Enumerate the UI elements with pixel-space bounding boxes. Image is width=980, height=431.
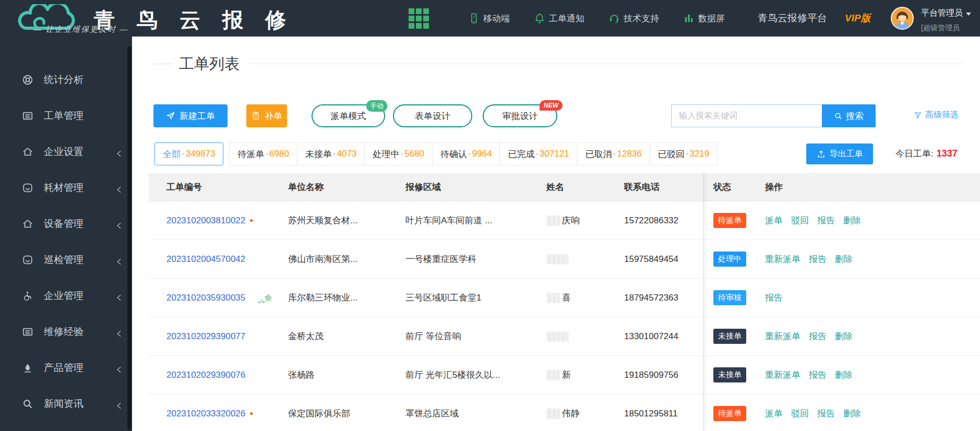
- workorder-id-link[interactable]: 2023102033320026: [166, 409, 245, 418]
- sidebar-item-repair-experience[interactable]: 维修经验: [0, 314, 132, 350]
- nav-item-support[interactable]: 技术支持: [608, 13, 659, 25]
- sidebar-item-label: 产品管理: [44, 361, 83, 375]
- sidebar-item-enterprise[interactable]: 企业管理: [0, 278, 132, 314]
- sidebar-item-stats[interactable]: 统计分析: [0, 62, 132, 98]
- apps-grid-icon[interactable]: [409, 8, 429, 29]
- filter-tab-pending-dispatch[interactable]: 待派单·6980: [229, 142, 297, 165]
- filter-tab-unaccepted[interactable]: 未接单·4073: [297, 142, 365, 165]
- sidebar-item-workorders[interactable]: 工单管理: [0, 98, 132, 134]
- sidebar-item-consumables[interactable]: 耗材管理: [0, 170, 132, 206]
- actions-cell: 报告: [765, 292, 980, 304]
- filter-tab-all[interactable]: 全部·349873: [154, 142, 223, 165]
- box-icon: [22, 182, 33, 194]
- filter-tab-processing[interactable]: 处理中·5680: [364, 142, 433, 165]
- pie-icon: [22, 74, 33, 86]
- filter-tab-pending-confirm[interactable]: 待确认·9964: [432, 142, 500, 165]
- headset-icon: [608, 13, 620, 24]
- sidebar-item-label: 新闻资讯: [44, 397, 83, 411]
- tab-count: 4073: [337, 149, 357, 159]
- search-input[interactable]: [671, 104, 822, 127]
- company-cell: 库尔勒三环物业...: [288, 292, 405, 304]
- filter-tab-completed[interactable]: 已完成·307121: [499, 142, 577, 165]
- action-link[interactable]: 删除: [835, 253, 853, 265]
- workorder-id-link[interactable]: 2023102035930035: [166, 293, 245, 303]
- logo-subtitle: — 让企业维保更及时 —: [33, 25, 128, 34]
- user-menu[interactable]: 平台管理员 [超级管理员: [921, 8, 971, 33]
- sidebar-item-label: 企业管理: [44, 289, 83, 303]
- user-name: 平台管理员: [921, 8, 963, 19]
- export-workorders-button[interactable]: 导出工单: [806, 143, 873, 164]
- action-link[interactable]: 删除: [835, 369, 853, 381]
- user-avatar[interactable]: [891, 7, 914, 30]
- sidebar-scrollbar[interactable]: [127, 46, 132, 430]
- page-header: 工单列表: [132, 52, 980, 75]
- sidebar-item-news[interactable]: 新闻资讯: [0, 386, 132, 422]
- advanced-filter-link[interactable]: 高级筛选: [914, 110, 959, 121]
- sidebar-item-equipment[interactable]: 设备管理: [0, 206, 132, 242]
- fixed-columns: 处理中重新派单报告删除: [703, 240, 980, 278]
- action-link[interactable]: 报告: [817, 408, 835, 420]
- fixed-columns: 未接单重新派单报告删除: [703, 317, 980, 355]
- workorder-id-link[interactable]: 2023102003810022: [166, 216, 245, 225]
- workorder-id-link[interactable]: 2023102029390076: [166, 370, 245, 380]
- chevron-left-icon: [116, 184, 123, 191]
- tab-label: 已完成: [508, 148, 534, 160]
- supplement-order-button[interactable]: 补单: [246, 104, 287, 127]
- col-status: 状态: [713, 181, 765, 193]
- fixed-columns: 待审核报告: [703, 279, 980, 317]
- nav-item-mobile[interactable]: 移动端: [468, 13, 510, 25]
- phone-text: 19185909756: [624, 370, 678, 380]
- search-button[interactable]: 搜索: [822, 104, 876, 127]
- workorder-id-cell: 2023102029390077: [149, 331, 288, 342]
- phone-cell: 13301007244: [624, 331, 703, 342]
- action-link[interactable]: 删除: [835, 330, 853, 342]
- workorder-id-cell: 2023102003810022●: [149, 216, 288, 226]
- action-link[interactable]: 派单: [765, 214, 783, 226]
- action-link[interactable]: 报告: [809, 253, 827, 265]
- form-design-button[interactable]: 表单设计: [393, 104, 472, 127]
- action-link[interactable]: 驳回: [791, 408, 809, 420]
- sidebar-item-company-settings[interactable]: 企业设置: [0, 134, 132, 170]
- status-cell: 处理中: [713, 252, 765, 267]
- table-row: 2023102003810022●苏州天顺复合材...叶片车间A车间前道 ...…: [149, 201, 980, 240]
- action-link[interactable]: 重新派单: [765, 253, 800, 265]
- new-workorder-button[interactable]: 新建工单: [153, 104, 228, 127]
- action-link[interactable]: 删除: [843, 214, 861, 226]
- table-row: 2023102029390076张杨路前厅 光年汇5楼很久以...新191859…: [149, 356, 980, 394]
- workorder-id-link[interactable]: 2023102004570042: [166, 254, 245, 264]
- action-link[interactable]: 删除: [843, 408, 861, 420]
- today-count: 1337: [937, 148, 958, 159]
- action-link[interactable]: 报告: [809, 330, 827, 342]
- dispatch-mode-button[interactable]: 派单模式 手动: [312, 104, 385, 127]
- workorder-id-link[interactable]: 2023102029390077: [166, 331, 245, 341]
- tab-separator: ·: [333, 149, 336, 159]
- search-button-label: 搜索: [846, 110, 864, 122]
- action-link[interactable]: 重新派单: [765, 330, 800, 342]
- phone-cell: 18501295811: [624, 409, 703, 419]
- filter-tab-rejected[interactable]: 已驳回·3219: [650, 142, 718, 165]
- nav-item-screen[interactable]: 数据屏: [683, 13, 725, 25]
- redacted-block: [546, 331, 568, 342]
- list-icon: [22, 326, 33, 338]
- status-cell: 未接单: [713, 329, 765, 344]
- action-link[interactable]: 报告: [765, 292, 783, 304]
- box-icon: [22, 254, 33, 266]
- action-link[interactable]: 重新派单: [765, 369, 800, 381]
- filter-tab-cancelled[interactable]: 已取消·12836: [577, 142, 650, 165]
- phone-text: 15722086332: [624, 216, 678, 225]
- sidebar-item-products[interactable]: 产品管理: [0, 350, 132, 386]
- nav-item-label: 技术支持: [624, 13, 659, 25]
- action-link[interactable]: 驳回: [791, 214, 809, 226]
- approval-design-button[interactable]: 审批设计 NEW: [483, 104, 557, 127]
- action-link[interactable]: 报告: [809, 369, 827, 381]
- sidebar-item-inspection[interactable]: 巡检管理: [0, 242, 132, 278]
- bell-icon: [534, 13, 545, 24]
- action-link[interactable]: 派单: [765, 408, 783, 420]
- table-row: 2023102035930035补单库尔勒三环物业...三号区域职工食堂1喜18…: [149, 279, 980, 317]
- table-row: 2023102004570042佛山市南海区第...一号楼重症医学科159758…: [149, 240, 980, 279]
- action-link[interactable]: 报告: [817, 214, 835, 226]
- phone-text: 18794572363: [624, 293, 678, 303]
- company-cell: 佛山市南海区第...: [288, 253, 405, 265]
- phone-cell: 18794572363: [624, 293, 703, 303]
- nav-item-notify[interactable]: 工单通知: [534, 13, 584, 25]
